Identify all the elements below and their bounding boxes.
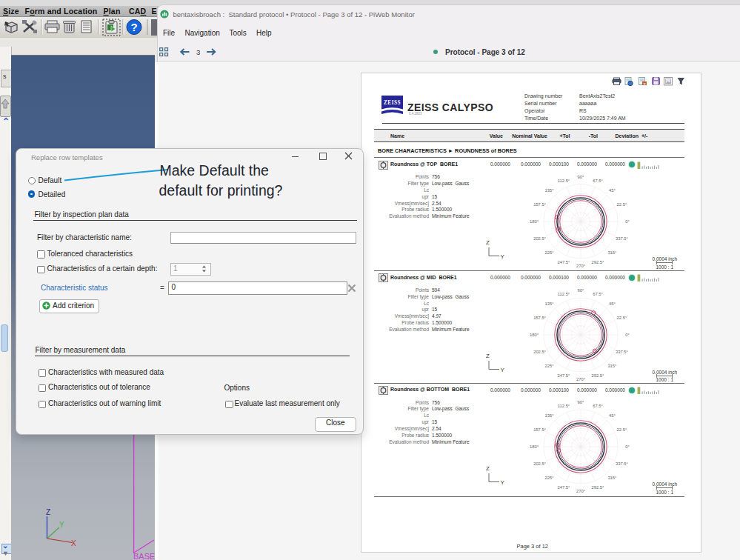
svg-text:22.5°: 22.5° bbox=[616, 202, 627, 207]
svg-text:0°: 0° bbox=[625, 333, 630, 337]
svg-text:Z: Z bbox=[486, 239, 490, 246]
svg-text:270°: 270° bbox=[576, 264, 585, 268]
svg-text:135°: 135° bbox=[544, 413, 553, 418]
svg-text:270°: 270° bbox=[576, 377, 585, 381]
svg-text:157.5°: 157.5° bbox=[533, 202, 546, 207]
svg-text:90°: 90° bbox=[577, 175, 584, 179]
svg-text:225°: 225° bbox=[544, 364, 553, 368]
svg-text:157.5°: 157.5° bbox=[533, 427, 546, 432]
svg-text:315°: 315° bbox=[607, 476, 616, 481]
svg-text:247.5°: 247.5° bbox=[557, 260, 570, 264]
svg-text:135°: 135° bbox=[544, 301, 553, 305]
svg-text:202.5°: 202.5° bbox=[533, 350, 546, 354]
svg-text:112.5°: 112.5° bbox=[557, 291, 569, 296]
svg-text:Z: Z bbox=[46, 508, 50, 516]
svg-text:0°: 0° bbox=[625, 444, 630, 449]
svg-text:292.5°: 292.5° bbox=[591, 373, 604, 378]
svg-text:Z: Z bbox=[486, 353, 490, 359]
svg-text:247.5°: 247.5° bbox=[557, 373, 570, 378]
svg-text:90°: 90° bbox=[577, 288, 584, 293]
svg-text:22.5°: 22.5° bbox=[616, 427, 627, 432]
svg-text:157.5°: 157.5° bbox=[533, 316, 546, 320]
svg-text:X: X bbox=[71, 539, 76, 547]
svg-text:45°: 45° bbox=[609, 301, 616, 305]
svg-text:67.5°: 67.5° bbox=[593, 179, 603, 183]
svg-text:112.5°: 112.5° bbox=[557, 179, 569, 183]
svg-text:315°: 315° bbox=[607, 364, 616, 368]
svg-text:202.5°: 202.5° bbox=[533, 461, 546, 466]
svg-text:112.5°: 112.5° bbox=[557, 404, 569, 408]
svg-text:135°: 135° bbox=[544, 188, 553, 193]
svg-text:292.5°: 292.5° bbox=[591, 260, 604, 264]
svg-text:225°: 225° bbox=[544, 476, 553, 481]
svg-text:270°: 270° bbox=[576, 489, 585, 493]
svg-text:180°: 180° bbox=[530, 219, 539, 224]
svg-text:Y: Y bbox=[501, 253, 505, 260]
svg-text:292.5°: 292.5° bbox=[591, 486, 604, 490]
svg-text:Y: Y bbox=[59, 521, 64, 529]
svg-text:ZEISS: ZEISS bbox=[384, 99, 401, 105]
svg-text:337.5°: 337.5° bbox=[615, 350, 627, 354]
svg-text:Y: Y bbox=[501, 479, 505, 486]
svg-text:Y: Y bbox=[501, 367, 505, 373]
svg-text:315°: 315° bbox=[607, 250, 616, 255]
svg-text:45°: 45° bbox=[609, 413, 616, 418]
svg-text:337.5°: 337.5° bbox=[615, 236, 627, 241]
svg-text:BASE: BASE bbox=[133, 552, 155, 560]
svg-text:202.5°: 202.5° bbox=[533, 236, 546, 241]
svg-text:67.5°: 67.5° bbox=[593, 291, 603, 296]
svg-text:180°: 180° bbox=[530, 333, 539, 337]
svg-text:180°: 180° bbox=[530, 444, 539, 449]
svg-text:Z: Z bbox=[486, 465, 490, 472]
svg-text:247.5°: 247.5° bbox=[557, 486, 570, 490]
svg-text:90°: 90° bbox=[577, 400, 584, 404]
svg-text:22.5°: 22.5° bbox=[616, 316, 627, 320]
svg-text:337.5°: 337.5° bbox=[615, 461, 627, 466]
svg-text:45°: 45° bbox=[609, 188, 616, 193]
svg-text:225°: 225° bbox=[544, 250, 553, 255]
svg-text:67.5°: 67.5° bbox=[593, 404, 603, 408]
svg-text:0°: 0° bbox=[625, 219, 630, 224]
